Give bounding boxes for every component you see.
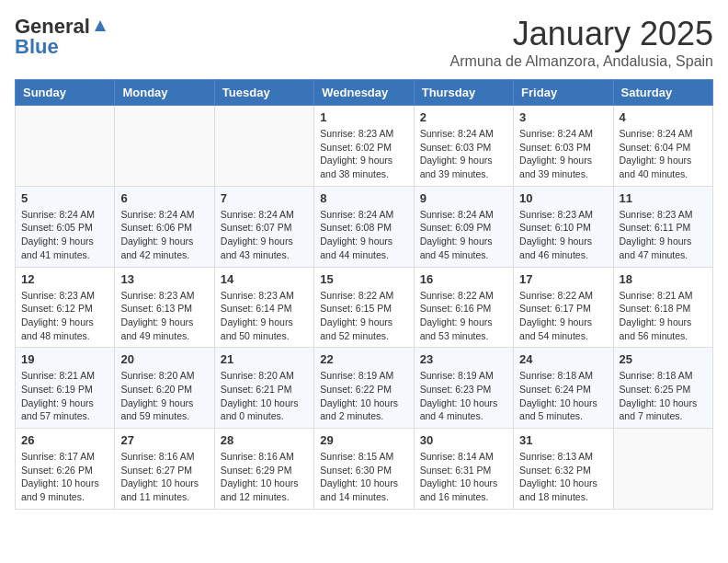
calendar-cell: 20Sunrise: 8:20 AM Sunset: 6:20 PM Dayli…	[115, 348, 214, 429]
day-info: Sunrise: 8:16 AM Sunset: 6:27 PM Dayligh…	[120, 450, 208, 504]
calendar-cell: 3Sunrise: 8:24 AM Sunset: 6:03 PM Daylig…	[514, 106, 613, 187]
calendar-cell: 2Sunrise: 8:24 AM Sunset: 6:03 PM Daylig…	[414, 106, 513, 187]
calendar-cell: 4Sunrise: 8:24 AM Sunset: 6:04 PM Daylig…	[613, 106, 712, 187]
calendar-table: SundayMondayTuesdayWednesdayThursdayFrid…	[15, 79, 713, 510]
calendar-week-0: 1Sunrise: 8:23 AM Sunset: 6:02 PM Daylig…	[16, 106, 713, 187]
calendar-cell	[214, 106, 313, 187]
svg-marker-0	[95, 20, 106, 31]
day-info: Sunrise: 8:24 AM Sunset: 6:03 PM Dayligh…	[519, 127, 607, 181]
day-number: 4	[620, 110, 707, 124]
day-number: 3	[519, 110, 607, 124]
day-of-week-thursday: Thursday	[414, 80, 513, 106]
calendar-cell: 22Sunrise: 8:19 AM Sunset: 6:22 PM Dayli…	[314, 348, 414, 429]
calendar-cell: 23Sunrise: 8:19 AM Sunset: 6:23 PM Dayli…	[414, 348, 513, 429]
day-number: 22	[320, 352, 407, 366]
day-number: 9	[420, 191, 507, 205]
day-number: 17	[519, 272, 607, 286]
day-number: 30	[420, 433, 507, 447]
day-of-week-tuesday: Tuesday	[214, 80, 313, 106]
month-title: January 2025	[450, 15, 713, 53]
day-info: Sunrise: 8:18 AM Sunset: 6:24 PM Dayligh…	[519, 369, 607, 423]
day-info: Sunrise: 8:23 AM Sunset: 6:11 PM Dayligh…	[620, 208, 707, 262]
calendar-cell: 24Sunrise: 8:18 AM Sunset: 6:24 PM Dayli…	[514, 348, 613, 429]
day-info: Sunrise: 8:23 AM Sunset: 6:12 PM Dayligh…	[21, 289, 108, 343]
day-number: 5	[21, 191, 108, 205]
day-number: 16	[420, 272, 507, 286]
day-number: 26	[21, 433, 108, 447]
day-number: 1	[320, 110, 407, 124]
day-number: 12	[21, 272, 108, 286]
calendar-cell: 6Sunrise: 8:24 AM Sunset: 6:06 PM Daylig…	[115, 186, 214, 267]
calendar-cell: 31Sunrise: 8:13 AM Sunset: 6:32 PM Dayli…	[514, 429, 613, 510]
calendar-week-3: 19Sunrise: 8:21 AM Sunset: 6:19 PM Dayli…	[16, 348, 713, 429]
day-info: Sunrise: 8:19 AM Sunset: 6:23 PM Dayligh…	[420, 369, 507, 423]
day-info: Sunrise: 8:24 AM Sunset: 6:07 PM Dayligh…	[221, 208, 308, 262]
logo-blue-text: Blue	[15, 35, 59, 59]
day-number: 6	[120, 191, 208, 205]
calendar-cell: 26Sunrise: 8:17 AM Sunset: 6:26 PM Dayli…	[16, 429, 115, 510]
calendar-cell: 7Sunrise: 8:24 AM Sunset: 6:07 PM Daylig…	[214, 186, 313, 267]
calendar-cell: 9Sunrise: 8:24 AM Sunset: 6:09 PM Daylig…	[414, 186, 513, 267]
calendar-cell: 27Sunrise: 8:16 AM Sunset: 6:27 PM Dayli…	[115, 429, 214, 510]
day-info: Sunrise: 8:16 AM Sunset: 6:29 PM Dayligh…	[221, 450, 308, 504]
day-number: 2	[420, 110, 507, 124]
day-number: 14	[221, 272, 308, 286]
calendar-cell	[16, 106, 115, 187]
day-info: Sunrise: 8:24 AM Sunset: 6:08 PM Dayligh…	[320, 208, 407, 262]
calendar-cell: 19Sunrise: 8:21 AM Sunset: 6:19 PM Dayli…	[16, 348, 115, 429]
day-number: 31	[519, 433, 607, 447]
day-info: Sunrise: 8:18 AM Sunset: 6:25 PM Dayligh…	[620, 369, 707, 423]
day-number: 18	[620, 272, 707, 286]
calendar-cell: 13Sunrise: 8:23 AM Sunset: 6:13 PM Dayli…	[115, 267, 214, 348]
day-of-week-sunday: Sunday	[16, 80, 115, 106]
calendar-cell	[115, 106, 214, 187]
day-number: 29	[320, 433, 407, 447]
day-info: Sunrise: 8:14 AM Sunset: 6:31 PM Dayligh…	[420, 450, 507, 504]
days-of-week-row: SundayMondayTuesdayWednesdayThursdayFrid…	[16, 80, 713, 106]
day-number: 21	[221, 352, 308, 366]
calendar-cell: 8Sunrise: 8:24 AM Sunset: 6:08 PM Daylig…	[314, 186, 414, 267]
day-info: Sunrise: 8:24 AM Sunset: 6:05 PM Dayligh…	[21, 208, 108, 262]
calendar-cell: 11Sunrise: 8:23 AM Sunset: 6:11 PM Dayli…	[613, 186, 712, 267]
day-number: 11	[620, 191, 707, 205]
day-number: 24	[519, 352, 607, 366]
day-number: 15	[320, 272, 407, 286]
day-info: Sunrise: 8:17 AM Sunset: 6:26 PM Dayligh…	[21, 450, 108, 504]
day-info: Sunrise: 8:22 AM Sunset: 6:15 PM Dayligh…	[320, 289, 407, 343]
day-of-week-friday: Friday	[514, 80, 613, 106]
calendar-cell: 28Sunrise: 8:16 AM Sunset: 6:29 PM Dayli…	[214, 429, 313, 510]
calendar-cell: 14Sunrise: 8:23 AM Sunset: 6:14 PM Dayli…	[214, 267, 313, 348]
calendar-cell: 16Sunrise: 8:22 AM Sunset: 6:16 PM Dayli…	[414, 267, 513, 348]
day-info: Sunrise: 8:23 AM Sunset: 6:14 PM Dayligh…	[221, 289, 308, 343]
day-info: Sunrise: 8:13 AM Sunset: 6:32 PM Dayligh…	[519, 450, 607, 504]
day-of-week-saturday: Saturday	[613, 80, 712, 106]
calendar-week-4: 26Sunrise: 8:17 AM Sunset: 6:26 PM Dayli…	[16, 429, 713, 510]
day-number: 8	[320, 191, 407, 205]
calendar-cell: 17Sunrise: 8:22 AM Sunset: 6:17 PM Dayli…	[514, 267, 613, 348]
page-header: General Blue January 2025 Armuna de Alma…	[15, 15, 713, 70]
calendar-cell: 18Sunrise: 8:21 AM Sunset: 6:18 PM Dayli…	[613, 267, 712, 348]
day-info: Sunrise: 8:20 AM Sunset: 6:21 PM Dayligh…	[221, 369, 308, 423]
day-number: 19	[21, 352, 108, 366]
day-info: Sunrise: 8:24 AM Sunset: 6:09 PM Dayligh…	[420, 208, 507, 262]
day-info: Sunrise: 8:21 AM Sunset: 6:19 PM Dayligh…	[21, 369, 108, 423]
day-info: Sunrise: 8:23 AM Sunset: 6:10 PM Dayligh…	[519, 208, 607, 262]
day-of-week-wednesday: Wednesday	[314, 80, 414, 106]
day-info: Sunrise: 8:23 AM Sunset: 6:02 PM Dayligh…	[320, 127, 407, 181]
calendar-week-2: 12Sunrise: 8:23 AM Sunset: 6:12 PM Dayli…	[16, 267, 713, 348]
day-info: Sunrise: 8:24 AM Sunset: 6:03 PM Dayligh…	[420, 127, 507, 181]
title-area: January 2025 Armuna de Almanzora, Andalu…	[450, 15, 713, 70]
calendar-cell: 5Sunrise: 8:24 AM Sunset: 6:05 PM Daylig…	[16, 186, 115, 267]
day-number: 7	[221, 191, 308, 205]
day-info: Sunrise: 8:22 AM Sunset: 6:17 PM Dayligh…	[519, 289, 607, 343]
calendar-cell: 12Sunrise: 8:23 AM Sunset: 6:12 PM Dayli…	[16, 267, 115, 348]
day-number: 23	[420, 352, 507, 366]
calendar-cell: 10Sunrise: 8:23 AM Sunset: 6:10 PM Dayli…	[514, 186, 613, 267]
day-info: Sunrise: 8:24 AM Sunset: 6:06 PM Dayligh…	[120, 208, 208, 262]
calendar-cell	[613, 429, 712, 510]
calendar-cell: 25Sunrise: 8:18 AM Sunset: 6:25 PM Dayli…	[613, 348, 712, 429]
day-number: 20	[120, 352, 208, 366]
calendar-week-1: 5Sunrise: 8:24 AM Sunset: 6:05 PM Daylig…	[16, 186, 713, 267]
calendar-cell: 1Sunrise: 8:23 AM Sunset: 6:02 PM Daylig…	[314, 106, 414, 187]
day-info: Sunrise: 8:15 AM Sunset: 6:30 PM Dayligh…	[320, 450, 407, 504]
